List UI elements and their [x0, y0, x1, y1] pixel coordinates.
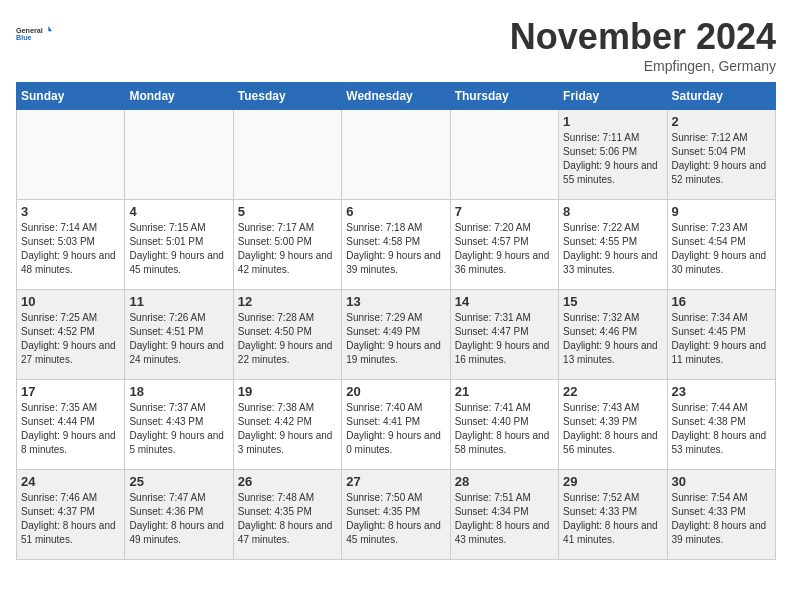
- calendar-header-row: SundayMondayTuesdayWednesdayThursdayFrid…: [17, 83, 776, 110]
- week-row-3: 10Sunrise: 7:25 AMSunset: 4:52 PMDayligh…: [17, 290, 776, 380]
- calendar-cell: 15Sunrise: 7:32 AMSunset: 4:46 PMDayligh…: [559, 290, 667, 380]
- day-number: 11: [129, 294, 228, 309]
- calendar-cell: 24Sunrise: 7:46 AMSunset: 4:37 PMDayligh…: [17, 470, 125, 560]
- calendar-cell: 5Sunrise: 7:17 AMSunset: 5:00 PMDaylight…: [233, 200, 341, 290]
- calendar-cell: 14Sunrise: 7:31 AMSunset: 4:47 PMDayligh…: [450, 290, 558, 380]
- day-number: 21: [455, 384, 554, 399]
- day-number: 16: [672, 294, 771, 309]
- day-info: Sunrise: 7:31 AMSunset: 4:47 PMDaylight:…: [455, 311, 554, 367]
- day-number: 29: [563, 474, 662, 489]
- day-info: Sunrise: 7:26 AMSunset: 4:51 PMDaylight:…: [129, 311, 228, 367]
- day-number: 2: [672, 114, 771, 129]
- calendar-cell: [450, 110, 558, 200]
- calendar-cell: [125, 110, 233, 200]
- day-number: 25: [129, 474, 228, 489]
- calendar-cell: 9Sunrise: 7:23 AMSunset: 4:54 PMDaylight…: [667, 200, 775, 290]
- day-number: 6: [346, 204, 445, 219]
- svg-marker-2: [48, 26, 52, 31]
- day-info: Sunrise: 7:17 AMSunset: 5:00 PMDaylight:…: [238, 221, 337, 277]
- day-number: 28: [455, 474, 554, 489]
- calendar-cell: 7Sunrise: 7:20 AMSunset: 4:57 PMDaylight…: [450, 200, 558, 290]
- title-area: November 2024 Empfingen, Germany: [510, 16, 776, 74]
- day-number: 3: [21, 204, 120, 219]
- header-friday: Friday: [559, 83, 667, 110]
- header-sunday: Sunday: [17, 83, 125, 110]
- week-row-2: 3Sunrise: 7:14 AMSunset: 5:03 PMDaylight…: [17, 200, 776, 290]
- day-info: Sunrise: 7:52 AMSunset: 4:33 PMDaylight:…: [563, 491, 662, 547]
- day-number: 19: [238, 384, 337, 399]
- day-info: Sunrise: 7:23 AMSunset: 4:54 PMDaylight:…: [672, 221, 771, 277]
- day-number: 8: [563, 204, 662, 219]
- logo-graphic: General Blue: [16, 16, 52, 52]
- day-number: 26: [238, 474, 337, 489]
- calendar-table: SundayMondayTuesdayWednesdayThursdayFrid…: [16, 82, 776, 560]
- calendar-cell: 4Sunrise: 7:15 AMSunset: 5:01 PMDaylight…: [125, 200, 233, 290]
- header-thursday: Thursday: [450, 83, 558, 110]
- day-number: 22: [563, 384, 662, 399]
- day-number: 24: [21, 474, 120, 489]
- header-tuesday: Tuesday: [233, 83, 341, 110]
- day-info: Sunrise: 7:40 AMSunset: 4:41 PMDaylight:…: [346, 401, 445, 457]
- calendar-cell: 17Sunrise: 7:35 AMSunset: 4:44 PMDayligh…: [17, 380, 125, 470]
- day-info: Sunrise: 7:34 AMSunset: 4:45 PMDaylight:…: [672, 311, 771, 367]
- day-info: Sunrise: 7:43 AMSunset: 4:39 PMDaylight:…: [563, 401, 662, 457]
- calendar-cell: 29Sunrise: 7:52 AMSunset: 4:33 PMDayligh…: [559, 470, 667, 560]
- calendar-cell: 22Sunrise: 7:43 AMSunset: 4:39 PMDayligh…: [559, 380, 667, 470]
- day-info: Sunrise: 7:47 AMSunset: 4:36 PMDaylight:…: [129, 491, 228, 547]
- calendar-cell: 8Sunrise: 7:22 AMSunset: 4:55 PMDaylight…: [559, 200, 667, 290]
- day-info: Sunrise: 7:25 AMSunset: 4:52 PMDaylight:…: [21, 311, 120, 367]
- day-info: Sunrise: 7:37 AMSunset: 4:43 PMDaylight:…: [129, 401, 228, 457]
- day-info: Sunrise: 7:29 AMSunset: 4:49 PMDaylight:…: [346, 311, 445, 367]
- location: Empfingen, Germany: [510, 58, 776, 74]
- day-info: Sunrise: 7:32 AMSunset: 4:46 PMDaylight:…: [563, 311, 662, 367]
- day-number: 4: [129, 204, 228, 219]
- day-number: 9: [672, 204, 771, 219]
- day-info: Sunrise: 7:50 AMSunset: 4:35 PMDaylight:…: [346, 491, 445, 547]
- calendar-cell: 26Sunrise: 7:48 AMSunset: 4:35 PMDayligh…: [233, 470, 341, 560]
- calendar-cell: 28Sunrise: 7:51 AMSunset: 4:34 PMDayligh…: [450, 470, 558, 560]
- calendar-cell: 18Sunrise: 7:37 AMSunset: 4:43 PMDayligh…: [125, 380, 233, 470]
- day-info: Sunrise: 7:46 AMSunset: 4:37 PMDaylight:…: [21, 491, 120, 547]
- day-number: 15: [563, 294, 662, 309]
- day-number: 23: [672, 384, 771, 399]
- day-info: Sunrise: 7:54 AMSunset: 4:33 PMDaylight:…: [672, 491, 771, 547]
- day-info: Sunrise: 7:51 AMSunset: 4:34 PMDaylight:…: [455, 491, 554, 547]
- day-info: Sunrise: 7:35 AMSunset: 4:44 PMDaylight:…: [21, 401, 120, 457]
- week-row-4: 17Sunrise: 7:35 AMSunset: 4:44 PMDayligh…: [17, 380, 776, 470]
- calendar-cell: 6Sunrise: 7:18 AMSunset: 4:58 PMDaylight…: [342, 200, 450, 290]
- day-number: 5: [238, 204, 337, 219]
- header: General Blue November 2024 Empfingen, Ge…: [16, 16, 776, 74]
- day-number: 10: [21, 294, 120, 309]
- day-number: 12: [238, 294, 337, 309]
- day-number: 20: [346, 384, 445, 399]
- calendar-cell: 21Sunrise: 7:41 AMSunset: 4:40 PMDayligh…: [450, 380, 558, 470]
- calendar-cell: 16Sunrise: 7:34 AMSunset: 4:45 PMDayligh…: [667, 290, 775, 380]
- calendar-cell: 3Sunrise: 7:14 AMSunset: 5:03 PMDaylight…: [17, 200, 125, 290]
- calendar-cell: 20Sunrise: 7:40 AMSunset: 4:41 PMDayligh…: [342, 380, 450, 470]
- day-number: 14: [455, 294, 554, 309]
- week-row-5: 24Sunrise: 7:46 AMSunset: 4:37 PMDayligh…: [17, 470, 776, 560]
- calendar-cell: 10Sunrise: 7:25 AMSunset: 4:52 PMDayligh…: [17, 290, 125, 380]
- calendar-cell: [342, 110, 450, 200]
- calendar-cell: 13Sunrise: 7:29 AMSunset: 4:49 PMDayligh…: [342, 290, 450, 380]
- calendar-cell: 2Sunrise: 7:12 AMSunset: 5:04 PMDaylight…: [667, 110, 775, 200]
- day-info: Sunrise: 7:18 AMSunset: 4:58 PMDaylight:…: [346, 221, 445, 277]
- calendar-cell: [17, 110, 125, 200]
- day-number: 17: [21, 384, 120, 399]
- logo: General Blue: [16, 16, 52, 52]
- day-number: 13: [346, 294, 445, 309]
- day-info: Sunrise: 7:15 AMSunset: 5:01 PMDaylight:…: [129, 221, 228, 277]
- calendar-cell: 11Sunrise: 7:26 AMSunset: 4:51 PMDayligh…: [125, 290, 233, 380]
- day-info: Sunrise: 7:20 AMSunset: 4:57 PMDaylight:…: [455, 221, 554, 277]
- day-number: 18: [129, 384, 228, 399]
- day-info: Sunrise: 7:44 AMSunset: 4:38 PMDaylight:…: [672, 401, 771, 457]
- day-info: Sunrise: 7:14 AMSunset: 5:03 PMDaylight:…: [21, 221, 120, 277]
- header-monday: Monday: [125, 83, 233, 110]
- month-title: November 2024: [510, 16, 776, 58]
- day-number: 30: [672, 474, 771, 489]
- calendar-cell: 25Sunrise: 7:47 AMSunset: 4:36 PMDayligh…: [125, 470, 233, 560]
- day-info: Sunrise: 7:41 AMSunset: 4:40 PMDaylight:…: [455, 401, 554, 457]
- day-number: 7: [455, 204, 554, 219]
- day-info: Sunrise: 7:28 AMSunset: 4:50 PMDaylight:…: [238, 311, 337, 367]
- calendar-cell: 1Sunrise: 7:11 AMSunset: 5:06 PMDaylight…: [559, 110, 667, 200]
